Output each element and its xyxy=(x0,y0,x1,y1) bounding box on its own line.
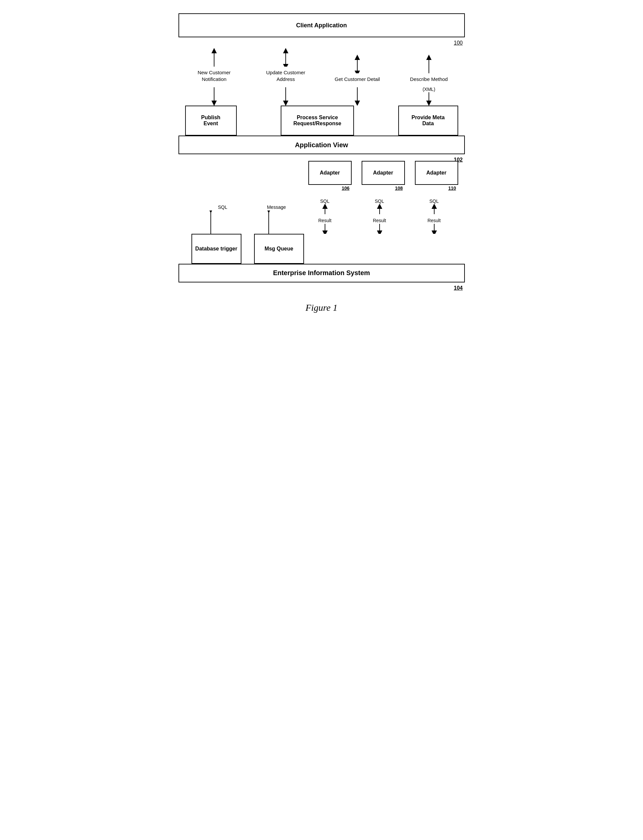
eis-label: Enterprise Information System xyxy=(273,269,370,277)
message-label: Message xyxy=(267,204,286,210)
process-service-box: Process ServiceRequest/Response xyxy=(281,106,354,136)
col-get-customer: Get Customer Detail xyxy=(334,53,380,83)
adapter-110-col: Adapter 110 xyxy=(415,161,458,185)
publish-event-label: PublishEvent xyxy=(201,114,220,127)
arrow-up-describe xyxy=(426,53,432,73)
col-message: Message xyxy=(249,204,289,234)
database-trigger-box: Database trigger xyxy=(191,234,242,264)
arrow-message xyxy=(265,211,273,234)
col-update-customer: Update Customer Address xyxy=(263,47,309,82)
adapter-106-col: Adapter 106 xyxy=(308,161,352,185)
sql-1-label: SQL xyxy=(218,204,227,210)
col-adapter106-arrows: SQL Result xyxy=(307,198,343,234)
result-3-label: Result xyxy=(428,217,441,224)
diagram: Client Application 100 New Customer Noti… xyxy=(178,13,465,313)
col-new-customer: New Customer Notification xyxy=(191,47,237,82)
sql-3-label: SQL xyxy=(375,198,384,204)
msg-queue-box: Msg Queue xyxy=(254,234,304,264)
arrow-down-process xyxy=(283,87,288,106)
provide-meta-box: Provide MetaData xyxy=(398,106,458,136)
col-adapter108-arrows: SQL Result xyxy=(361,198,398,234)
sql-2-label: SQL xyxy=(320,198,329,204)
client-application-label: Client Application xyxy=(296,22,347,29)
arrow-down-xml xyxy=(426,92,432,106)
arrow-sql-1 xyxy=(207,211,215,234)
get-customer-label: Get Customer Detail xyxy=(335,76,380,83)
arrow-up-new-customer xyxy=(211,47,217,67)
adapter-108-col: Adapter 108 xyxy=(362,161,405,185)
arrow-down-publish xyxy=(211,87,217,106)
col-xml-arrow-down: (XML) xyxy=(406,86,452,106)
update-customer-label: Update Customer Address xyxy=(263,69,309,82)
describe-method-label: Describe Method xyxy=(410,76,447,83)
col-adapter110-arrows: SQL Result xyxy=(416,198,452,234)
adapter-106-label: Adapter xyxy=(320,170,339,176)
process-service-label: Process ServiceRequest/Response xyxy=(293,114,341,127)
col-sql-1: SQL xyxy=(191,204,231,234)
result-1-label: Result xyxy=(318,217,332,224)
sql-4-label: SQL xyxy=(429,198,439,204)
arrow-result-1-down xyxy=(321,224,329,234)
arrow-down-get xyxy=(355,87,360,106)
ref-110: 110 xyxy=(448,186,456,191)
arrow-up-get-customer xyxy=(355,53,360,73)
arrow-sql-4-up xyxy=(430,204,438,214)
arrow-sql-3-up xyxy=(375,204,384,214)
col-ps-arrow-down xyxy=(263,87,309,106)
new-customer-label: New Customer Notification xyxy=(191,69,237,82)
arrow-sql-2-up xyxy=(321,204,329,214)
ref-104: 104 xyxy=(454,285,463,291)
col-pe-arrow-down xyxy=(191,87,237,106)
xml-label: (XML) xyxy=(423,86,435,92)
arrow-result-3-down xyxy=(430,224,438,234)
ref-100: 100 xyxy=(454,40,463,46)
application-view-box: Application View 102 xyxy=(178,136,465,154)
provide-meta-label: Provide MetaData xyxy=(411,114,445,127)
adapter-106-box: Adapter 106 xyxy=(308,161,352,185)
database-trigger-label: Database trigger xyxy=(195,246,237,252)
adapter-110-label: Adapter xyxy=(426,170,446,176)
col-describe-method: Describe Method xyxy=(406,53,452,83)
figure-caption: Figure 1 xyxy=(305,302,337,313)
ref-108: 108 xyxy=(395,186,403,191)
col-gc-arrow-down xyxy=(334,87,380,106)
arrow-up-update-customer xyxy=(283,47,288,67)
publish-event-box: PublishEvent xyxy=(185,106,237,136)
adapter-108-box: Adapter 108 xyxy=(362,161,405,185)
client-application-box: Client Application 100 xyxy=(178,13,465,37)
adapter-110-box: Adapter 110 xyxy=(415,161,458,185)
result-2-label: Result xyxy=(373,217,386,224)
ref-106: 106 xyxy=(342,186,349,191)
eis-box: Enterprise Information System 104 xyxy=(178,264,465,283)
application-view-label: Application View xyxy=(295,141,348,149)
arrow-result-2-down xyxy=(375,224,384,234)
adapter-108-label: Adapter xyxy=(373,170,393,176)
msg-queue-label: Msg Queue xyxy=(264,246,293,252)
